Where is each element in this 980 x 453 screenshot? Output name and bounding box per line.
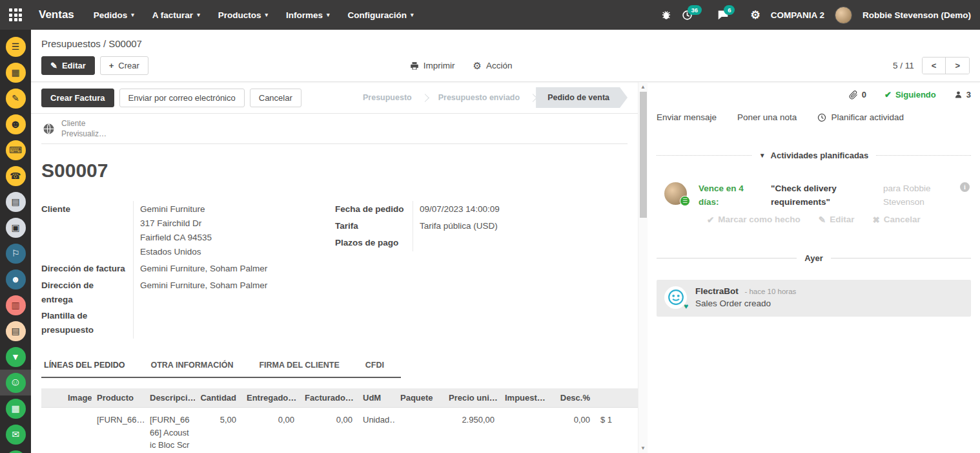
clock-icon [817,113,826,122]
col-header-descripcion[interactable]: Descripci… [145,388,195,408]
sidebar-app-users[interactable]: ☻ [0,111,31,137]
planned-activities-toggle[interactable]: ▼ Actividades planificadas [759,151,869,160]
app-name[interactable]: Ventas [39,8,74,21]
pencil-icon: ✎ [819,215,826,225]
followers-count: 3 [966,90,971,100]
cell-impuestos[interactable] [500,408,545,453]
tab-otra-informacion[interactable]: OTRA INFORMACIÓN [150,361,233,370]
col-header-cantidad[interactable]: Cantidad [195,388,241,408]
user-avatar[interactable] [835,6,852,24]
activity-edit-button[interactable]: ✎Editar [819,215,855,225]
menu-pedidos[interactable]: Pedidos▾ [94,10,134,20]
cell-subtotal[interactable]: $ 1 [595,408,638,453]
order-line-row[interactable]: [FURN_66… [FURN_6666] Acoustic Bloc Scre… [41,408,638,453]
sidebar-app-pos[interactable]: ▦ [0,395,31,421]
action-button[interactable]: ⚙ Acción [473,60,513,72]
message-author[interactable]: FlectraBot [695,286,739,296]
col-header-producto[interactable]: Producto [92,388,145,408]
col-header-precio-unitario[interactable]: Precio uni… [444,388,500,408]
col-header-paquete[interactable]: Paquete [395,388,444,408]
tab-lineas-del-pedido-active[interactable]: LÍNEAS DEL PEDIDO [44,361,125,370]
field-label-plazos-pago: Plazos de pago [335,235,413,251]
day-divider-label: Ayer [804,253,822,263]
sidebar-app-crm[interactable]: ▼ [0,344,31,370]
menu-configuracion[interactable]: Configuración▾ [348,10,414,20]
sidebar-app-calendar[interactable]: ▦ [0,59,31,85]
sidebar-app-inventory[interactable]: ▥ [0,292,31,318]
cancel-button[interactable]: Cancelar [250,89,301,107]
menu-productos[interactable]: Productos▾ [218,10,268,20]
cell-image[interactable] [63,408,92,453]
attachments-button[interactable]: 0 [849,90,866,100]
pager-previous-button[interactable]: < [923,58,946,74]
cell-paquete[interactable] [395,408,444,453]
scrollbar-thumb[interactable] [640,92,647,218]
create-invoice-button[interactable]: Crear Factura [41,89,114,107]
col-header-descuento[interactable]: Desc.% [545,388,595,408]
activity-cancel-button[interactable]: ✖Cancelar [872,215,920,225]
cell-producto[interactable]: [FURN_66… [92,408,145,453]
col-header-entregado[interactable]: Entregado… [241,388,300,408]
sidebar-app-employees[interactable]: ☻ [0,266,31,292]
sidebar-app-extra[interactable]: ▦ [0,447,31,453]
sidebar-app-documents[interactable]: ▤ [0,189,31,215]
bug-icon[interactable] [661,10,671,20]
print-button[interactable]: Imprimir [410,60,455,72]
col-header-subtotal[interactable] [595,388,638,408]
user-name[interactable]: Robbie Stevenson (Demo) [863,10,971,20]
mark-done-button[interactable]: ✔Marcar como hecho [707,215,801,225]
following-toggle[interactable]: ✔ Siguiendo [884,90,936,100]
edit-button[interactable]: ✎Editar [41,56,95,75]
sidebar-app-presentation[interactable]: ⌨ [0,137,31,163]
flectrabot-avatar: ♥ [664,286,687,309]
step-presupuesto[interactable]: Presupuesto [352,93,422,102]
settings-gears-icon[interactable]: ⚙ [750,8,760,22]
scroll-down-icon[interactable]: ▼ [640,445,646,451]
cell-descuento[interactable]: 0,00 [545,408,595,453]
pager-count[interactable]: 5 / 11 [893,61,914,70]
vertical-scrollbar[interactable]: ▲ ▼ [638,82,648,453]
menu-informes[interactable]: Informes▾ [286,10,330,20]
followers-button[interactable]: 3 [954,90,971,100]
col-header-impuestos[interactable]: Impuest… [500,388,545,408]
step-pedido-de-venta-active[interactable]: Pedido de venta [536,87,628,108]
col-header-select[interactable] [41,388,63,408]
tab-cfdi[interactable]: CFDI [365,361,384,370]
info-icon[interactable]: i [960,182,970,192]
cell-entregado[interactable]: 0,00 [241,408,300,453]
tab-firma-del-cliente[interactable]: FIRMA DEL CLIENTE [259,361,339,370]
cell-udm[interactable]: Unidad… [358,408,395,453]
sidebar-app-notes[interactable]: ✎ [0,85,31,111]
cell-select[interactable] [41,408,63,453]
cell-facturado[interactable]: 0,00 [300,408,358,453]
menu-a-facturar[interactable]: A facturar▾ [152,10,200,20]
col-header-udm[interactable]: UdM [358,388,395,408]
cell-cantidad[interactable]: 5,00 [195,408,241,453]
messages-bubble-icon[interactable]: 6 [717,10,740,20]
log-note-button[interactable]: Poner una nota [737,112,797,122]
cell-precio-unitario[interactable]: 2.950,00 [444,408,500,453]
schedule-activity-button[interactable]: Planificar actividad [817,112,904,122]
scroll-up-icon[interactable]: ▲ [640,84,646,90]
sidebar-app-contacts[interactable]: ☰ [0,34,31,59]
sidebar-app-phone[interactable]: ☎ [0,163,31,189]
company-name[interactable]: COMPANIA 2 [771,10,824,20]
sidebar-app-livechat[interactable]: ✉ [0,421,31,447]
apps-menu-button[interactable] [0,0,31,30]
col-header-image[interactable]: Image [63,388,92,408]
sidebar-app-fleet[interactable]: ▣ [0,215,31,240]
cell-descripcion[interactable]: [FURN_6666] Acoustic Bloc Screens [145,408,195,453]
pager-next-button[interactable]: > [945,58,969,74]
sidebar-app-studio[interactable]: ▤ [0,318,31,344]
send-message-button[interactable]: Enviar mensaje [657,112,717,122]
breadcrumb-parent[interactable]: Presupuestos [41,38,101,49]
sidebar-app-sales-active[interactable]: ☺ [0,370,31,395]
send-email-button[interactable]: Enviar por correo electrónico [119,89,245,107]
create-button[interactable]: +Crear [100,56,148,75]
activities-clock-icon[interactable]: 36 [682,10,708,21]
col-header-facturado[interactable]: Facturado… [300,388,358,408]
customer-preview-button[interactable]: ClientePrevisualiz… [41,117,114,140]
breadcrumb-current: S00007 [108,38,142,49]
sidebar-app-elearning[interactable]: ⚐ [0,240,31,266]
step-presupuesto-enviado[interactable]: Presupuesto enviado [428,93,530,102]
